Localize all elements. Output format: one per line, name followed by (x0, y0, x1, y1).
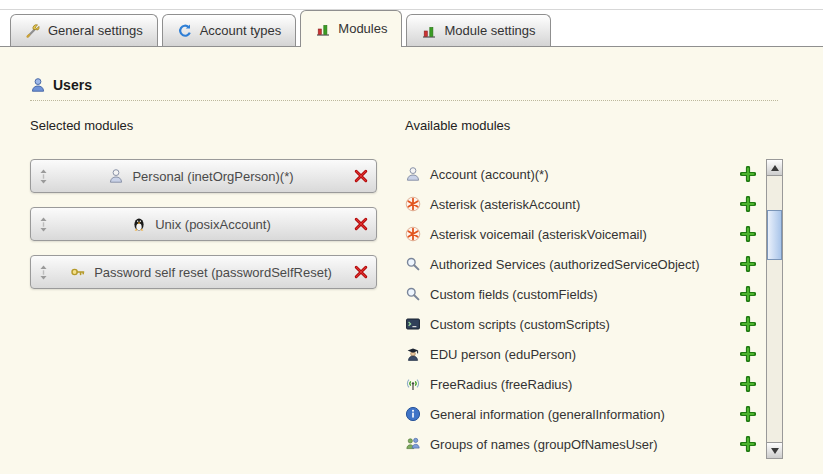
tab-modules[interactable]: Modules (300, 10, 402, 47)
available-module-edu-person: EDU person (eduPerson) (405, 339, 760, 369)
available-module-label: Custom fields (customFields) (430, 287, 731, 302)
add-module-button[interactable] (740, 376, 756, 392)
radius-icon (405, 376, 421, 392)
available-module-asterisk: Asterisk (asteriskAccount) (405, 189, 760, 219)
available-module-label: Groups of names (groupOfNamesUser) (430, 437, 731, 452)
tab-module-settings[interactable]: Module settings (406, 14, 550, 46)
available-module-authorized-services: Authorized Services (authorizedServiceOb… (405, 249, 760, 279)
tab-label: Module settings (444, 23, 535, 38)
selected-module-password-self-reset[interactable]: Password self reset (passwordSelfReset) (30, 255, 377, 289)
info-icon (405, 406, 421, 422)
available-module-freeradius: FreeRadius (freeRadius) (405, 369, 760, 399)
user-icon (30, 77, 46, 93)
available-module-label: FreeRadius (freeRadius) (430, 377, 731, 392)
tab-general-settings[interactable]: General settings (10, 14, 158, 46)
edu-icon (405, 346, 421, 362)
tux-icon (131, 216, 147, 232)
selected-module-label: Personal (inetOrgPerson)(*) (132, 169, 293, 184)
add-module-button[interactable] (740, 226, 756, 242)
remove-module-button[interactable] (353, 216, 369, 232)
available-module-custom-scripts: Custom scripts (customScripts) (405, 309, 760, 339)
lam-configuration-window: General settingsAccount typesModulesModu… (0, 0, 823, 474)
available-modules-area: Account (account)(*)Asterisk (asteriskAc… (405, 159, 803, 459)
selected-module-label: Unix (posixAccount) (155, 217, 271, 232)
selected-modules-heading: Selected modules (30, 118, 405, 133)
available-module-label: Account (account)(*) (430, 167, 731, 182)
available-module-general-information: General information (generalInformation) (405, 399, 760, 429)
person-icon (108, 168, 124, 184)
available-modules-list: Account (account)(*)Asterisk (asteriskAc… (405, 159, 760, 459)
remove-module-button[interactable] (353, 264, 369, 280)
person-icon (405, 166, 421, 182)
add-module-button[interactable] (740, 286, 756, 302)
selected-module-label: Password self reset (passwordSelfReset) (94, 265, 332, 280)
available-module-label: Asterisk voicemail (asteriskVoicemail) (430, 227, 731, 242)
tab-label: Modules (338, 21, 387, 36)
script-icon (405, 316, 421, 332)
available-module-label: Authorized Services (authorizedServiceOb… (430, 257, 731, 272)
selected-module-unix[interactable]: Unix (posixAccount) (30, 207, 377, 241)
selected-module-content: Unix (posixAccount) (49, 216, 353, 232)
scrollbar-down-button[interactable] (767, 442, 782, 458)
available-module-label: Asterisk (asteriskAccount) (430, 197, 731, 212)
down-arrow-icon (771, 448, 779, 454)
section-title: Users (53, 77, 92, 93)
drag-handle-icon[interactable] (38, 265, 49, 280)
available-module-label: General information (generalInformation) (430, 407, 731, 422)
content-area: Users Selected modules Personal (inetOrg… (0, 47, 823, 459)
scrollbar-up-button[interactable] (767, 160, 782, 176)
selected-module-content: Personal (inetOrgPerson)(*) (49, 168, 353, 184)
tab-bar: General settingsAccount typesModulesModu… (0, 0, 823, 47)
add-module-button[interactable] (740, 436, 756, 452)
available-modules-scrollbar[interactable] (766, 159, 783, 459)
selected-module-content: Password self reset (passwordSelfReset) (49, 264, 353, 280)
add-module-button[interactable] (740, 256, 756, 272)
available-module-asterisk-voicemail: Asterisk voicemail (asteriskVoicemail) (405, 219, 760, 249)
selected-modules-column: Selected modules Personal (inetOrgPerson… (30, 118, 405, 459)
asterisk-icon (405, 226, 421, 242)
key-icon (70, 264, 86, 280)
scrollbar-track[interactable] (767, 176, 782, 442)
drag-handle-icon[interactable] (38, 169, 49, 184)
add-module-button[interactable] (740, 166, 756, 182)
chart-icon (315, 21, 331, 37)
magnifier-icon (405, 256, 421, 272)
tab-account-types[interactable]: Account types (162, 14, 297, 46)
chart-icon (421, 23, 437, 39)
group-icon (405, 436, 421, 452)
add-module-button[interactable] (740, 316, 756, 332)
tab-label: Account types (200, 23, 282, 38)
add-module-button[interactable] (740, 406, 756, 422)
modules-columns: Selected modules Personal (inetOrgPerson… (30, 118, 803, 459)
add-module-button[interactable] (740, 196, 756, 212)
available-module-groups-of-names: Groups of names (groupOfNamesUser) (405, 429, 760, 459)
available-module-label: EDU person (eduPerson) (430, 347, 731, 362)
up-arrow-icon (771, 165, 779, 171)
drag-handle-icon[interactable] (38, 217, 49, 232)
scrollbar-thumb[interactable] (767, 210, 782, 260)
asterisk-icon (405, 196, 421, 212)
available-module-label: Custom scripts (customScripts) (430, 317, 731, 332)
available-module-custom-fields: Custom fields (customFields) (405, 279, 760, 309)
selected-module-personal[interactable]: Personal (inetOrgPerson)(*) (30, 159, 377, 193)
available-modules-column: Available modules Account (account)(*)As… (405, 118, 803, 459)
available-modules-heading: Available modules (405, 118, 803, 133)
available-module-account: Account (account)(*) (405, 159, 760, 189)
magnifier-icon (405, 286, 421, 302)
add-module-button[interactable] (740, 346, 756, 362)
tab-label: General settings (48, 23, 143, 38)
remove-module-button[interactable] (353, 168, 369, 184)
wrench-icon (25, 23, 41, 39)
selected-modules-list: Personal (inetOrgPerson)(*)Unix (posixAc… (30, 159, 405, 289)
refresh-icon (177, 23, 193, 39)
users-section-header: Users (30, 77, 778, 101)
